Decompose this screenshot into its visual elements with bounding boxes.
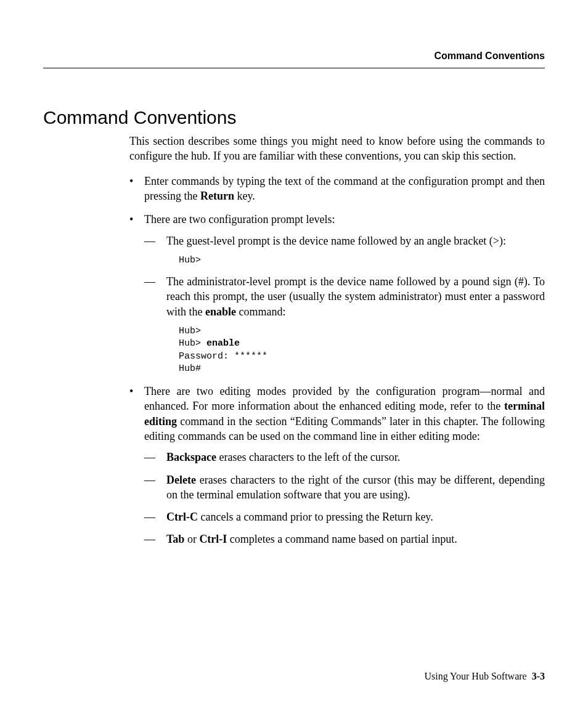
header-rule — [43, 68, 545, 68]
text: command: — [236, 306, 285, 318]
intro-paragraph: This section describes some things you m… — [129, 134, 545, 164]
page: Command Conventions Command Conventions … — [0, 0, 588, 714]
text: There are two configuration prompt level… — [144, 213, 335, 225]
text: cancels a command prior to pressing the … — [198, 511, 433, 523]
bullet-item-3: There are two editing modes provided by … — [129, 384, 545, 547]
section-title: Command Conventions — [43, 105, 545, 131]
code-block: Hub> — [179, 254, 545, 267]
running-header: Command Conventions — [43, 49, 545, 63]
dash-item: Backspace erases characters to the left … — [144, 450, 545, 465]
code-line: Hub# — [179, 363, 201, 374]
code-line: Hub> — [179, 338, 206, 349]
dash-item: Tab or Ctrl-I completes a command name b… — [144, 532, 545, 546]
dash-list: The guest-level prompt is the device nam… — [144, 233, 545, 375]
code-block: Hub> Hub> enable Password: ****** Hub# — [179, 325, 545, 375]
dash-list: Backspace erases characters to the left … — [144, 450, 545, 546]
text: The guest-level prompt is the device nam… — [166, 235, 506, 247]
dash-item: Ctrl-C cancels a command prior to pressi… — [144, 509, 545, 524]
enable-command: enable — [205, 306, 236, 318]
text: or — [184, 533, 199, 545]
dash-item: The administrator-level prompt is the de… — [144, 274, 545, 375]
ctrl-i-key: Ctrl-I — [199, 533, 227, 545]
text: completes a command name based on partia… — [227, 533, 457, 545]
text: key. — [234, 190, 255, 202]
body: This section describes some things you m… — [129, 134, 545, 547]
book-title: Using Your Hub Software — [424, 671, 526, 681]
code-line: Hub> — [179, 326, 201, 336]
dash-item: The guest-level prompt is the device nam… — [144, 233, 545, 267]
tab-key: Tab — [166, 533, 184, 545]
page-number: 3-3 — [532, 671, 545, 681]
dash-item: Delete erases characters to the right of… — [144, 473, 545, 503]
return-key: Return — [200, 190, 234, 202]
bullet-list: Enter commands by typing the text of the… — [129, 174, 545, 547]
text: erases characters to the right of the cu… — [166, 474, 545, 501]
ctrl-c-key: Ctrl-C — [166, 511, 198, 523]
page-footer: Using Your Hub Software 3-3 — [424, 670, 545, 683]
backspace-key: Backspace — [166, 451, 216, 463]
bullet-item-2: There are two configuration prompt level… — [129, 212, 545, 375]
text: command in the section “Editing Commands… — [144, 415, 545, 442]
code-line: Hub> — [179, 255, 201, 266]
code-bold: enable — [206, 338, 240, 349]
text: There are two editing modes provided by … — [144, 385, 545, 412]
bullet-item-1: Enter commands by typing the text of the… — [129, 174, 545, 204]
text: erases characters to the left of the cur… — [216, 451, 400, 463]
delete-key: Delete — [166, 474, 196, 486]
code-line: Password: ****** — [179, 351, 267, 362]
